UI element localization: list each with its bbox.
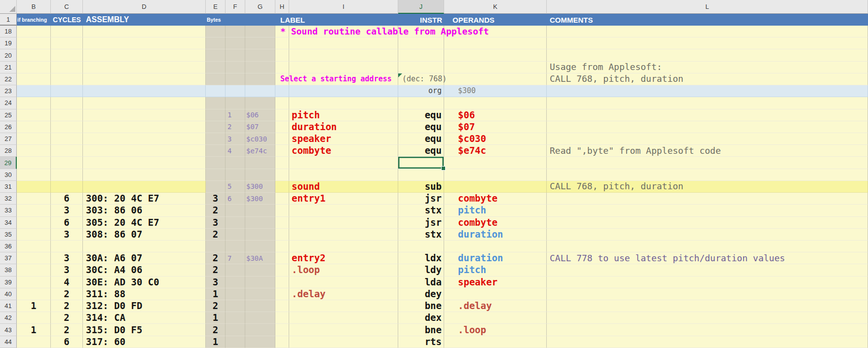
cell-J37[interactable]: ldx (398, 252, 444, 264)
cell-L40[interactable] (547, 288, 868, 300)
cell-J31[interactable]: sub (398, 181, 444, 193)
cell-H38[interactable] (275, 264, 289, 276)
cell-C44[interactable]: 6 (51, 336, 83, 348)
cell-G21[interactable] (245, 62, 275, 73)
cell-B24[interactable] (17, 97, 51, 109)
cell-B22[interactable] (17, 73, 51, 85)
header-if-branching[interactable]: if branching (17, 14, 51, 26)
cell-K36[interactable] (444, 241, 547, 252)
cell-E40[interactable]: 1 (206, 288, 226, 300)
cell-L34[interactable] (547, 217, 868, 229)
cell-K31[interactable] (444, 181, 547, 193)
cell-C27[interactable] (51, 133, 83, 145)
cell-D36[interactable] (83, 241, 206, 252)
cell-C40[interactable]: 2 (51, 288, 83, 300)
row-header-43[interactable]: 43 (0, 324, 17, 336)
cell-B28[interactable] (17, 145, 51, 157)
cell-L25[interactable] (547, 109, 868, 121)
cell-I35[interactable] (289, 229, 398, 241)
cell-B44[interactable] (17, 336, 51, 348)
cell-G22[interactable] (245, 73, 275, 85)
cell-K38[interactable]: pitch (444, 264, 547, 276)
cell-L38[interactable] (547, 264, 868, 276)
cell-I30[interactable] (289, 169, 398, 181)
cell-F44[interactable] (226, 336, 245, 348)
cell-H22[interactable]: Select a starting address (275, 73, 289, 85)
cell-G43[interactable] (245, 324, 275, 336)
cell-G23[interactable] (245, 85, 275, 97)
cell-L33[interactable] (547, 205, 868, 216)
cell-K30[interactable] (444, 169, 547, 181)
cell-C18[interactable] (51, 26, 83, 37)
cell-J23[interactable]: org (398, 85, 444, 97)
cell-L43[interactable] (547, 324, 868, 336)
cell-E27[interactable] (206, 133, 226, 145)
cell-I42[interactable] (289, 312, 398, 324)
cell-C34[interactable]: 6 (51, 217, 83, 229)
cell-I32[interactable]: entry1 (289, 193, 398, 205)
cell-G42[interactable] (245, 312, 275, 324)
cell-E20[interactable] (206, 49, 226, 61)
cell-G19[interactable] (245, 37, 275, 49)
cell-G32[interactable]: $300 (245, 193, 275, 205)
cell-K42[interactable] (444, 312, 547, 324)
cell-B41[interactable]: 1 (17, 300, 51, 312)
cell-F21[interactable] (226, 62, 245, 73)
cell-D19[interactable] (83, 37, 206, 49)
cell-D26[interactable] (83, 121, 206, 133)
cell-D18[interactable] (83, 26, 206, 37)
cell-G26[interactable]: $07 (245, 121, 275, 133)
cell-G34[interactable] (245, 217, 275, 229)
cell-B18[interactable] (17, 26, 51, 37)
cell-K19[interactable] (444, 37, 547, 49)
cell-F24[interactable] (226, 97, 245, 109)
cell-C22[interactable] (51, 73, 83, 85)
cell-I44[interactable] (289, 336, 398, 348)
cell-C35[interactable]: 3 (51, 229, 83, 241)
cell-G29[interactable] (245, 157, 275, 169)
cell-G18[interactable] (245, 26, 275, 37)
cell-F29[interactable] (226, 157, 245, 169)
cell-G41[interactable] (245, 300, 275, 312)
cell-C24[interactable] (51, 97, 83, 109)
cell-H31[interactable] (275, 181, 289, 193)
cell-K39[interactable]: speaker (444, 277, 547, 288)
cell-J41[interactable]: bne (398, 300, 444, 312)
cell-B32[interactable] (17, 193, 51, 205)
cell-J29[interactable] (398, 157, 444, 169)
cell-H23[interactable] (275, 85, 289, 97)
cell-K25[interactable]: $06 (444, 109, 547, 121)
cell-L18[interactable] (547, 26, 868, 37)
cell-E18[interactable] (206, 26, 226, 37)
cell-I40[interactable]: .delay (289, 288, 398, 300)
cell-H26[interactable] (275, 121, 289, 133)
cell-G24[interactable] (245, 97, 275, 109)
cell-H36[interactable] (275, 241, 289, 252)
cell-H28[interactable] (275, 145, 289, 157)
row-header-29[interactable]: 29 (0, 157, 17, 169)
cell-I23[interactable] (289, 85, 398, 97)
cell-H35[interactable] (275, 229, 289, 241)
cell-E39[interactable]: 3 (206, 277, 226, 288)
cell-F40[interactable] (226, 288, 245, 300)
cell-E23[interactable] (206, 85, 226, 97)
cell-H37[interactable] (275, 252, 289, 264)
cell-C32[interactable]: 6 (51, 193, 83, 205)
cell-J30[interactable] (398, 169, 444, 181)
cell-L26[interactable] (547, 121, 868, 133)
column-header-H[interactable]: H (275, 0, 289, 14)
row-header-22[interactable]: 22 (0, 73, 17, 85)
cell-D33[interactable]: 303: 86 06 (83, 205, 206, 216)
cell-D42[interactable]: 314: CA (83, 312, 206, 324)
cell-B37[interactable] (17, 252, 51, 264)
column-header-L[interactable]: L (547, 0, 868, 14)
cell-I27[interactable]: speaker (289, 133, 398, 145)
cell-F23[interactable] (226, 85, 245, 97)
cell-D21[interactable] (83, 62, 206, 73)
cell-F30[interactable] (226, 169, 245, 181)
cell-B33[interactable] (17, 205, 51, 216)
cell-L35[interactable] (547, 229, 868, 241)
cell-H20[interactable] (275, 49, 289, 61)
cell-D29[interactable] (83, 157, 206, 169)
cell-D23[interactable] (83, 85, 206, 97)
